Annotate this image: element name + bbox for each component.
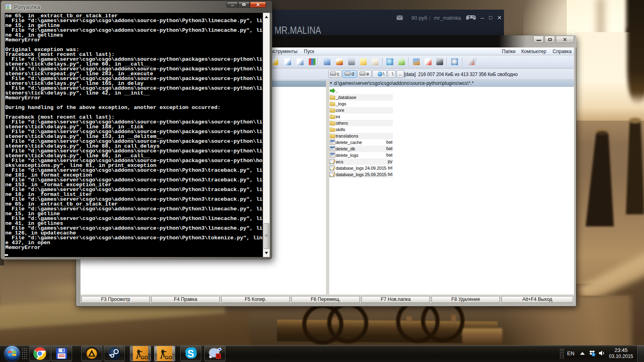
svg-text:S: S	[188, 348, 194, 359]
svg-text:GO: GO	[140, 355, 148, 360]
svg-text:GO: GO	[165, 355, 172, 360]
